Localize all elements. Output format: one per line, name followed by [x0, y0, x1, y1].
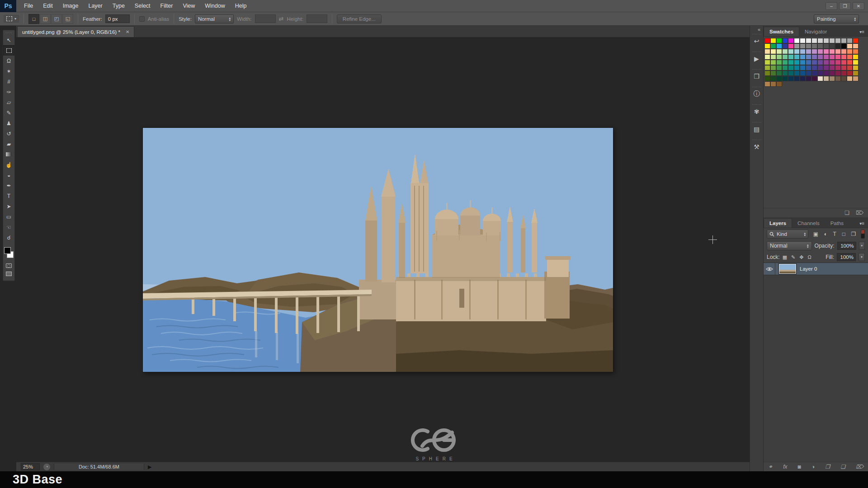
- color-swatch[interactable]: [800, 60, 806, 65]
- dock-grip[interactable]: [752, 103, 761, 106]
- color-swatch[interactable]: [782, 43, 788, 49]
- menu-item[interactable]: File: [19, 0, 38, 12]
- color-swatch[interactable]: [800, 65, 806, 70]
- color-swatch[interactable]: [800, 76, 806, 81]
- color-swatch[interactable]: [794, 65, 800, 70]
- menu-item[interactable]: Layer: [83, 0, 107, 12]
- minimize-icon[interactable]: –: [826, 2, 837, 10]
- delete-swatch-icon[interactable]: ⌦: [856, 210, 863, 216]
- color-swatch[interactable]: [794, 54, 800, 60]
- hand-tool[interactable]: ☜: [3, 222, 14, 232]
- close-icon[interactable]: ✕: [853, 2, 864, 10]
- color-swatch[interactable]: [806, 38, 811, 43]
- layer-style-icon[interactable]: fx: [783, 464, 787, 470]
- dock-grip[interactable]: [752, 139, 761, 141]
- lock-position-icon[interactable]: ✥: [799, 254, 803, 260]
- color-swatch[interactable]: [847, 49, 853, 54]
- color-swatch[interactable]: [788, 38, 794, 43]
- color-swatch[interactable]: [782, 76, 788, 81]
- layer-row[interactable]: Layer 0: [764, 263, 868, 275]
- color-swatch[interactable]: [829, 43, 835, 49]
- color-swatch[interactable]: [853, 49, 859, 54]
- new-group-icon[interactable]: ❒: [825, 464, 830, 470]
- width-input[interactable]: [255, 14, 276, 23]
- color-swatch[interactable]: [794, 49, 800, 54]
- tab-channels[interactable]: Channels: [792, 219, 825, 228]
- color-swatch[interactable]: [764, 54, 770, 60]
- menu-item[interactable]: Filter: [156, 0, 178, 12]
- toolbar-grip[interactable]: [5, 31, 13, 34]
- color-swatch[interactable]: [853, 43, 859, 49]
- color-swatch[interactable]: [806, 60, 811, 65]
- color-swatch[interactable]: [823, 54, 829, 60]
- color-swatch[interactable]: [770, 54, 776, 60]
- gradient-tool[interactable]: [3, 149, 14, 160]
- color-swatch[interactable]: [794, 76, 800, 81]
- filter-smart-objects-icon[interactable]: ❐: [851, 231, 856, 237]
- color-swatch[interactable]: [811, 38, 817, 43]
- crop-tool[interactable]: #: [3, 76, 14, 87]
- color-swatch[interactable]: [847, 60, 853, 65]
- tab-navigator[interactable]: Navigator: [799, 27, 832, 36]
- color-swatch[interactable]: [811, 49, 817, 54]
- color-swatch[interactable]: [829, 65, 835, 70]
- dodge-tool[interactable]: ◒: [3, 170, 14, 180]
- color-swatch[interactable]: [782, 38, 788, 43]
- color-swatch[interactable]: [841, 65, 847, 70]
- healing-brush-tool[interactable]: ▱: [3, 97, 14, 108]
- color-swatch[interactable]: [782, 65, 788, 70]
- dock-grip[interactable]: [752, 51, 761, 53]
- document-tab[interactable]: untitlyged.png @ 25% (Layer 0, RGB/16) *…: [17, 26, 134, 37]
- foreground-color-swatch[interactable]: [4, 247, 11, 254]
- color-swatch[interactable]: [841, 43, 847, 49]
- magic-wand-tool[interactable]: ✶: [3, 66, 14, 76]
- color-swatch[interactable]: [841, 54, 847, 60]
- color-swatch[interactable]: [853, 38, 859, 43]
- color-swatch[interactable]: [770, 60, 776, 65]
- color-swatch[interactable]: [817, 49, 823, 54]
- color-swatch[interactable]: [794, 43, 800, 49]
- doc-size-field[interactable]: Doc: 51.4M/68.6M: [54, 464, 144, 470]
- color-swatch[interactable]: [841, 70, 847, 76]
- lasso-tool[interactable]: Ω: [3, 56, 14, 66]
- menu-item[interactable]: Help: [230, 0, 252, 12]
- color-swatch[interactable]: [770, 38, 776, 43]
- color-swatch[interactable]: [823, 60, 829, 65]
- opacity-dropdown-icon[interactable]: ▾: [859, 242, 865, 250]
- color-swatch[interactable]: [770, 43, 776, 49]
- close-tab-icon[interactable]: ✕: [126, 29, 129, 34]
- new-selection-mode[interactable]: □: [28, 14, 39, 24]
- color-swatch[interactable]: [776, 54, 782, 60]
- filter-pixel-layers-icon[interactable]: ▣: [813, 231, 818, 237]
- expand-panels-icon[interactable]: «: [758, 27, 763, 32]
- status-menu-icon[interactable]: ◔: [43, 464, 50, 470]
- menu-item[interactable]: Image: [58, 0, 84, 12]
- clone-stamp-tool[interactable]: ♟: [3, 118, 14, 128]
- blend-mode-select[interactable]: Normal ▴▾: [767, 241, 812, 250]
- subtract-selection-mode[interactable]: ◰: [51, 14, 62, 24]
- color-swatch[interactable]: [817, 38, 823, 43]
- document-canvas[interactable]: [143, 128, 613, 372]
- color-swatch[interactable]: [806, 65, 811, 70]
- color-swatch[interactable]: [788, 76, 794, 81]
- style-select[interactable]: Normal ▴▾: [195, 14, 234, 23]
- eraser-tool[interactable]: ▰: [3, 139, 14, 149]
- color-swatch[interactable]: [853, 54, 859, 60]
- color-swatch[interactable]: [853, 70, 859, 76]
- dock-grip[interactable]: [752, 33, 761, 35]
- color-swatch[interactable]: [823, 70, 829, 76]
- color-swatch[interactable]: [829, 38, 835, 43]
- eyedropper-tool[interactable]: ✑: [3, 87, 14, 97]
- fill-dropdown-icon[interactable]: ▾: [859, 253, 865, 261]
- filter-shape-layers-icon[interactable]: □: [842, 231, 845, 237]
- layer-filtering-toggle[interactable]: [861, 230, 865, 239]
- color-swatch[interactable]: [811, 43, 817, 49]
- tool-preset-button[interactable]: ▾: [4, 15, 19, 23]
- color-swatch[interactable]: [788, 49, 794, 54]
- color-swatch[interactable]: [823, 65, 829, 70]
- color-swatch[interactable]: [835, 49, 841, 54]
- canvas-pasteboard[interactable]: SPHERE: [16, 38, 750, 462]
- color-swatch[interactable]: [847, 43, 853, 49]
- color-swatch[interactable]: [770, 70, 776, 76]
- color-swatch[interactable]: [782, 49, 788, 54]
